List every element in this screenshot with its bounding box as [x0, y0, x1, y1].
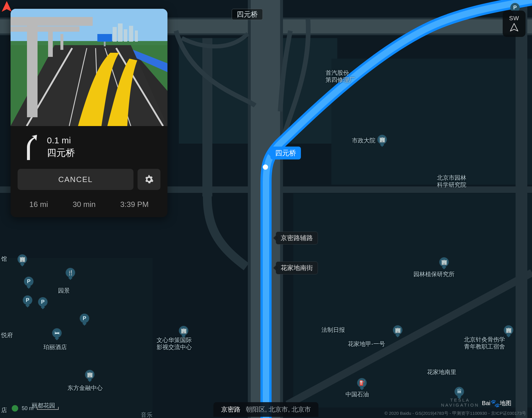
route-exit-label: 四元桥: [270, 147, 301, 159]
svg-rect-34: [97, 34, 112, 42]
gas-station-icon[interactable]: ⛽: [357, 378, 367, 388]
settings-button[interactable]: [138, 169, 160, 190]
side-street-label: 京密路辅路: [276, 232, 318, 244]
compass-arrow-icon: [509, 23, 519, 33]
current-road: 京密路: [221, 405, 240, 414]
route-exit-text: 四元桥: [275, 149, 296, 157]
gear-icon: [144, 175, 154, 184]
baidu-maps-logo: Bai🐾地图: [482, 399, 511, 408]
trip-eta: 3:39 PM: [120, 200, 149, 209]
building-icon[interactable]: 🏢: [393, 325, 402, 335]
maneuver-distance: 0.1 mi: [47, 135, 75, 145]
parking-icon[interactable]: P: [38, 297, 48, 307]
building-icon[interactable]: 🏢: [18, 254, 27, 264]
building-icon[interactable]: 🏢: [377, 135, 387, 144]
tesla-navigation-brand: TESLA NAVIGATION: [441, 397, 479, 407]
compass-direction: SW: [509, 15, 519, 22]
compass-button[interactable]: SW: [503, 11, 526, 37]
svg-rect-19: [135, 30, 138, 42]
svg-rect-15: [113, 27, 117, 42]
svg-rect-3: [293, 193, 532, 407]
building-icon[interactable]: 🏢: [85, 370, 94, 379]
scale-bar-icon: [37, 407, 59, 410]
svg-rect-4: [0, 258, 153, 418]
svg-rect-16: [118, 23, 123, 42]
lane-guidance-preview: [11, 9, 167, 126]
svg-rect-29: [27, 21, 38, 117]
current-region: 朝阳区, 北京市, 北京市: [246, 405, 311, 414]
parking-icon[interactable]: P: [80, 314, 89, 323]
paw-icon: 🐾: [490, 399, 500, 408]
maneuver-name: 四元桥: [47, 147, 75, 159]
building-icon[interactable]: 🏢: [179, 326, 188, 335]
svg-rect-30: [48, 30, 53, 57]
maneuver-row: 0.1 mi 四元桥: [11, 126, 167, 169]
tree-icon: [12, 405, 18, 412]
parking-icon[interactable]: P: [24, 277, 33, 286]
side-street-label: 花家地南街: [276, 261, 318, 274]
bottom-location-bar: 京密路 朝阳区, 北京市, 北京市: [214, 402, 318, 417]
svg-rect-17: [124, 29, 127, 42]
navigation-card: 0.1 mi 四元桥 CANCEL 16 mi 30 min 3:39 PM: [11, 9, 167, 217]
map-scale: 50 m: [12, 405, 59, 412]
parking-icon[interactable]: P: [23, 295, 32, 305]
trip-summary: 16 mi 30 min 3:39 PM: [11, 193, 167, 217]
scale-label: 50 m: [22, 405, 33, 412]
road-banner: 四元桥: [232, 9, 263, 20]
restaurant-icon[interactable]: 🍴: [66, 268, 75, 277]
trip-duration: 30 min: [73, 200, 96, 209]
svg-rect-31: [60, 34, 63, 50]
hotel-icon[interactable]: 🛏: [52, 328, 62, 338]
building-icon[interactable]: 🏢: [504, 325, 513, 335]
svg-rect-18: [129, 26, 133, 42]
svg-rect-8: [516, 0, 527, 418]
svg-point-12: [263, 164, 268, 170]
cancel-button[interactable]: CANCEL: [18, 169, 133, 190]
building-icon[interactable]: 🏢: [439, 257, 449, 267]
svg-rect-32: [11, 17, 93, 26]
building-icon[interactable]: 🏛: [455, 387, 464, 396]
svg-rect-11: [202, 38, 212, 196]
svg-rect-33: [11, 26, 79, 32]
map-attribution: © 2020 Baidu - GS(2019)4783号 - 甲测资字11009…: [384, 411, 526, 416]
svg-rect-35: [104, 42, 106, 46]
trip-distance: 16 mi: [29, 200, 48, 209]
turn-right-fork-icon: [21, 134, 39, 161]
